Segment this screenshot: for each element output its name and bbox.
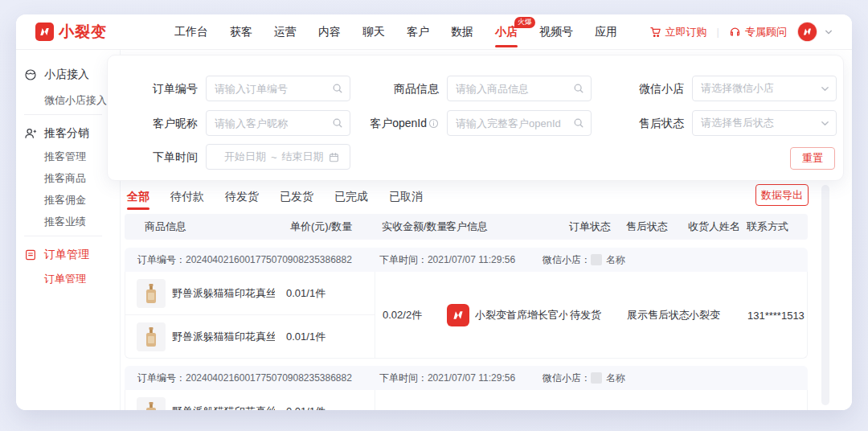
product-title[interactable]: 野兽派躲猫猫印花真丝上... [172,286,275,301]
search-icon [332,83,343,94]
reset-button[interactable]: 重置 [790,147,835,170]
end-date-placeholder: 结束日期 [282,150,324,164]
sidebar-item-promoter-performance[interactable]: 推客业绩 [44,215,86,229]
tab-all[interactable]: 全部 [127,185,149,209]
sidebar-divider [24,236,102,236]
order-no-label: 订单编号： [137,254,186,265]
data-export-button[interactable]: 数据导出 [755,184,809,206]
nav-item-workbench[interactable]: 工作台 [174,14,208,49]
tab-shipped[interactable]: 已发货 [280,185,313,209]
nickname-filter-label: 客户昵称 [124,110,198,136]
order-shop-meta: 微信小店：名称 [542,371,625,385]
shop-thumbnail [591,372,602,384]
order-time-meta: 下单时间：2021/07/07 11:29:56 [379,371,515,385]
order-no-meta: 订单编号：2024040216001775070908235386882 [137,253,352,267]
sidebar-item-promoter-goods[interactable]: 推客商品 [44,171,86,186]
order-now-link[interactable]: 立即订购 [649,25,707,39]
advisor-link[interactable]: 专属顾问 [729,25,787,39]
sidebar-group-promoter[interactable]: 推客分销 [24,126,89,141]
col-customer-info: 客户信息 [446,214,488,240]
column-divider [375,390,375,410]
sidebar-item-order-manage[interactable]: 订单管理 [44,272,86,286]
aftersale-status: 展示售后状态 [627,308,690,322]
sidebar-item-promoter-manage[interactable]: 推客管理 [44,150,86,164]
order-no-input[interactable] [215,83,332,95]
search-icon [573,83,584,94]
user-avatar[interactable] [798,23,817,41]
col-contact: 联系方式 [747,214,788,240]
order-shop-label: 微信小店： [542,372,591,384]
tab-pending-shipment[interactable]: 待发货 [225,185,259,209]
start-date-placeholder: 开始日期 [224,150,266,164]
tab-cancelled[interactable]: 已取消 [389,185,423,209]
product-title[interactable]: 野兽派躲猫猫印花真丝上... [172,404,275,411]
users-icon [24,127,37,140]
nav-item-chat[interactable]: 聊天 [362,14,385,49]
wechat-shop-select[interactable]: 请选择微信小店 [692,76,837,101]
nav-item-shop[interactable]: 小店 火爆 [495,14,518,49]
nav-item-data[interactable]: 数据 [451,14,473,49]
order-time-value: 2021/07/07 11:29:56 [428,372,515,384]
nickname-input-wrap [206,110,350,136]
sidebar-group-label: 推客分销 [44,126,89,141]
app-window: 小裂变 工作台 获客 运营 内容 聊天 客户 数据 小店 火爆 视频号 应用 立… [16,14,852,410]
nav-item-acquire[interactable]: 获客 [230,14,252,49]
product-input[interactable] [456,83,573,95]
app-logo[interactable]: 小裂变 [35,22,107,43]
order-status-tabs: 全部 待付款 待发货 已发货 已完成 已取消 [127,185,423,209]
nav-item-operate[interactable]: 运营 [274,14,297,49]
sidebar-group-label: 小店接入 [44,68,89,82]
sidebar-divider [24,114,102,115]
order-shop-value: 名称 [606,372,625,384]
order-no-label: 订单编号： [137,372,186,384]
aftersale-filter-label: 售后状态 [610,110,684,136]
order-amount: 0.02/2件 [383,308,422,322]
product-row: 野兽派躲猫猫印花真丝上... 0.01/1件 [125,272,375,315]
order-row: 野兽派躲猫猫印花真丝上... 0.01/1件 野兽派躲猫猫印花真丝上... 0.… [125,390,808,410]
openid-input-wrap [447,110,592,136]
product-price: 0.01/1件 [286,286,326,301]
info-icon[interactable] [428,118,439,129]
chevron-down-icon [821,119,829,128]
sidebar-item-wechat-shop-access[interactable]: 微信小店接入 [44,93,107,108]
date-range-picker[interactable]: 开始日期 ~ 结束日期 [206,144,350,170]
aftersale-select[interactable]: 请选择售后状态 [692,110,837,136]
order-no-meta: 订单编号：2024040216001775070908235386882 [137,371,352,385]
order-row: 野兽派躲猫猫印花真丝上... 0.01/1件 野兽派躲猫猫印花真丝上... 0.… [125,272,808,359]
receiver-name: 小裂变 [689,308,720,322]
chevron-down-icon[interactable] [825,28,833,36]
sidebar-group-order-manage[interactable]: 订单管理 [24,248,89,262]
scrollbar[interactable] [821,185,829,405]
order-time-filter-label: 下单时间 [124,144,198,170]
wechat-shop-select-placeholder: 请选择微信小店 [701,81,821,96]
logo-text: 小裂变 [59,22,107,43]
order-group: 订单编号：2024040216001775070908235386882 下单时… [125,248,808,359]
order-shop-meta: 微信小店：名称 [542,253,625,267]
product-title[interactable]: 野兽派躲猫猫印花真丝上... [172,330,275,344]
product-thumbnail [137,279,166,308]
product-row: 野兽派躲猫猫印花真丝上... 0.01/1件 [125,315,375,359]
nav-item-customer[interactable]: 客户 [407,14,429,49]
nav-item-video[interactable]: 视频号 [539,14,573,49]
nav-divider: | [717,26,719,38]
order-time-label: 下单时间： [379,372,428,384]
tab-pending-payment[interactable]: 待付款 [170,185,204,209]
search-icon [573,117,584,129]
sidebar-group-shop-access[interactable]: 小店接入 [24,68,89,82]
openid-input[interactable] [456,117,573,129]
openid-filter-label: 客户openId [353,110,439,136]
nav-item-content[interactable]: 内容 [318,14,341,49]
tab-completed[interactable]: 已完成 [334,185,368,209]
product-price: 0.01/1件 [286,330,326,344]
nav-item-apps[interactable]: 应用 [595,14,617,49]
order-time-label: 下单时间： [379,254,428,265]
order-no-value: 2024040216001775070908235386882 [186,372,352,384]
col-unit-price: 单价(元)/数量 [290,214,352,240]
contact-phone: 131****1513 [747,309,805,321]
order-time-value: 2021/07/07 11:29:56 [428,254,515,265]
col-aftersale-status: 售后状态 [626,214,668,240]
sidebar-item-promoter-commission[interactable]: 推客佣金 [44,193,86,207]
nickname-input[interactable] [215,117,332,129]
main-menu: 工作台 获客 运营 内容 聊天 客户 数据 小店 火爆 视频号 应用 [174,14,617,49]
column-divider [375,272,375,358]
